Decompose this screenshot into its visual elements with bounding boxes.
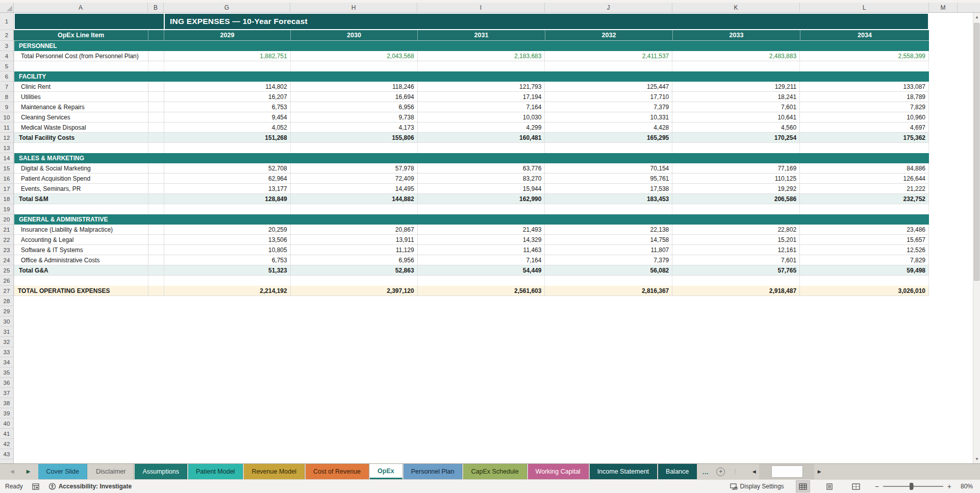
column-header-H[interactable]: H [290,3,417,12]
row-header-28[interactable]: 28 [0,296,13,306]
tab-nav-left-icon[interactable]: ◀ [10,469,14,474]
section-label[interactable]: FACILITY [14,71,46,82]
value-cell[interactable]: 21,222 [800,184,929,194]
value-cell[interactable]: 63,776 [418,163,545,174]
sheet-title-cell[interactable]: ING EXPENSES — 10-Year Forecast [14,13,929,30]
value-cell[interactable]: 57,978 [291,163,418,174]
empty-b-cell[interactable] [148,174,164,184]
spacer-cell[interactable] [418,61,545,71]
scroll-right-arrow-icon[interactable]: ▶ [814,464,824,479]
row-label[interactable]: Patient Acquisition Spend [14,174,148,184]
row-header-25[interactable]: 25 [0,265,13,276]
value-cell[interactable]: 15,944 [418,184,545,194]
value-cell[interactable]: 4,299 [418,122,545,133]
scroll-left-arrow-icon[interactable]: ◀ [749,464,759,479]
spacer-cell[interactable] [545,276,672,286]
value-cell[interactable]: 2,183,683 [418,51,545,61]
row-header-29[interactable]: 29 [0,306,13,316]
value-cell[interactable]: 4,428 [545,122,672,133]
new-sheet-button[interactable]: + [716,467,725,476]
spacer-cell[interactable] [545,204,672,214]
spacer-cell[interactable] [148,276,164,286]
row-header-12[interactable]: 12 [0,133,13,143]
value-cell[interactable]: 165,295 [545,133,672,143]
value-cell[interactable]: 6,956 [291,255,418,265]
spacer-cell[interactable] [672,276,800,286]
row-header-38[interactable]: 38 [0,398,13,408]
spacer-cell[interactable] [291,276,418,286]
spacer-cell[interactable] [14,276,148,286]
value-cell[interactable]: 121,793 [418,82,545,92]
spacer-cell[interactable] [418,143,545,153]
scroll-up-arrow-icon[interactable]: ▲ [973,13,980,21]
row-header-1[interactable]: 1 [0,13,13,30]
value-cell[interactable]: 7,601 [672,102,800,112]
value-cell[interactable]: 7,601 [672,255,800,265]
value-cell[interactable]: 125,447 [545,82,672,92]
tab-opex[interactable]: OpEx [370,464,403,479]
value-cell[interactable]: 4,052 [164,122,291,133]
value-cell[interactable]: 7,829 [800,255,929,265]
column-header-G[interactable]: G [164,3,290,12]
value-cell[interactable]: 4,560 [672,122,800,133]
tab-nav-right-icon[interactable]: ▶ [27,469,31,474]
value-cell[interactable]: 56,082 [545,265,672,276]
value-cell[interactable]: 151,268 [164,133,291,143]
row-header-23[interactable]: 23 [0,245,13,255]
spacer-cell[interactable] [291,143,418,153]
value-cell[interactable]: 57,765 [672,265,800,276]
value-cell[interactable]: 14,495 [291,184,418,194]
value-cell[interactable]: 77,169 [672,163,800,174]
value-cell[interactable]: 54,449 [418,265,545,276]
empty-b-cell[interactable] [148,92,164,102]
accessibility-status[interactable]: Accessibility: Investigate [48,483,132,490]
value-cell[interactable]: 62,964 [164,174,291,184]
year-header-2032[interactable]: 2032 [545,30,672,41]
empty-b-cell[interactable] [148,194,164,204]
empty-b-cell[interactable] [148,286,164,296]
value-cell[interactable]: 21,493 [418,225,545,235]
value-cell[interactable]: 2,411,537 [545,51,672,61]
row-header-2[interactable]: 2 [0,30,13,41]
horizontal-scrollbar-thumb[interactable] [771,465,803,478]
value-cell[interactable]: 17,710 [545,92,672,102]
spacer-cell[interactable] [164,143,291,153]
zoom-percentage[interactable]: 80% [956,483,973,490]
spacer-cell[interactable] [418,204,545,214]
spacer-cell[interactable] [291,204,418,214]
row-label[interactable]: Total G&A [14,265,148,276]
value-cell[interactable]: 13,911 [291,235,418,245]
vertical-scrollbar-thumb[interactable] [974,23,979,281]
value-cell[interactable]: 10,331 [545,112,672,122]
row-header-3[interactable]: 3 [0,41,13,51]
spacer-cell[interactable] [800,61,929,71]
value-cell[interactable]: 2,214,192 [164,286,291,296]
empty-b-cell[interactable] [148,184,164,194]
year-header-2034[interactable]: 2034 [800,30,929,41]
column-header-A[interactable]: A [14,3,148,12]
spacer-cell[interactable] [800,276,929,286]
macro-record-icon[interactable] [32,483,39,490]
value-cell[interactable]: 10,805 [164,245,291,255]
page-break-preview-button[interactable] [849,481,863,492]
value-cell[interactable]: 9,738 [291,112,418,122]
value-cell[interactable]: 13,177 [164,184,291,194]
value-cell[interactable]: 1,882,751 [164,51,291,61]
value-cell[interactable]: 23,486 [800,225,929,235]
value-cell[interactable]: 6,753 [164,255,291,265]
spacer-cell[interactable] [672,143,800,153]
tab-revenue-model[interactable]: Revenue Model [244,464,305,479]
row-header-14[interactable]: 14 [0,153,13,163]
row-label[interactable]: Utilities [14,92,148,102]
value-cell[interactable]: 13,506 [164,235,291,245]
row-header-39[interactable]: 39 [0,408,13,418]
value-cell[interactable]: 11,807 [545,245,672,255]
zoom-in-button[interactable]: + [947,482,951,490]
row-header-36[interactable]: 36 [0,378,13,388]
value-cell[interactable]: 84,886 [800,163,929,174]
value-cell[interactable]: 14,329 [418,235,545,245]
value-cell[interactable]: 7,379 [545,255,672,265]
spacer-cell[interactable] [164,276,291,286]
value-cell[interactable]: 18,241 [672,92,800,102]
value-cell[interactable]: 2,816,367 [545,286,672,296]
